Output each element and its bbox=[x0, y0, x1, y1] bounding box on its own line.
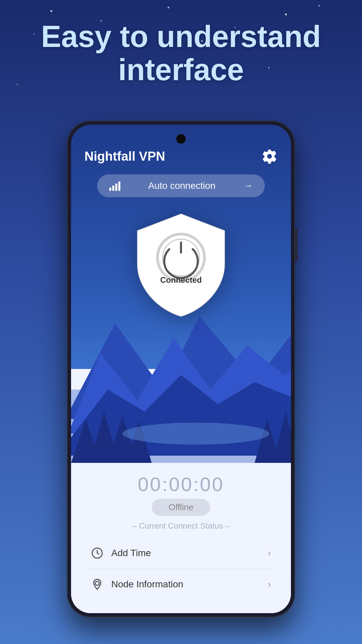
add-time-label: Add Time bbox=[111, 548, 260, 558]
svg-text:Connected: Connected bbox=[160, 275, 202, 284]
auto-connection-label: Auto connection bbox=[126, 180, 238, 191]
connect-status-label: – Current Connect Status – bbox=[132, 521, 230, 531]
app-title: Nightfall VPN bbox=[84, 149, 165, 164]
settings-icon[interactable] bbox=[261, 148, 278, 164]
mountain-scene: Connected bbox=[71, 201, 291, 463]
node-information-label: Node Information bbox=[111, 579, 260, 590]
phone-mockup: Nightfall VPN Auto connectio bbox=[67, 121, 295, 617]
signal-icon bbox=[109, 181, 120, 191]
page-headline: Easy to understand interface bbox=[0, 20, 362, 87]
offline-badge: Offline bbox=[152, 499, 210, 516]
menu-list: Add Time › Node Information › bbox=[84, 537, 278, 600]
node-information-menu-item[interactable]: Node Information › bbox=[84, 569, 278, 600]
arrow-right-icon: → bbox=[243, 180, 253, 191]
shield-container[interactable]: Connected bbox=[131, 211, 231, 318]
node-info-arrow-icon: › bbox=[268, 579, 271, 590]
app-screen: Nightfall VPN Auto connectio bbox=[71, 125, 291, 613]
timer-display: 00:00:00 bbox=[138, 473, 224, 495]
shield-button: Connected bbox=[131, 211, 231, 318]
clock-icon bbox=[91, 547, 103, 559]
bottom-section: 00:00:00 Offline – Current Connect Statu… bbox=[71, 463, 291, 613]
svg-point-11 bbox=[122, 423, 269, 445]
add-time-menu-item[interactable]: Add Time › bbox=[84, 537, 278, 569]
add-time-arrow-icon: › bbox=[268, 548, 271, 558]
location-icon bbox=[91, 578, 103, 590]
svg-point-17 bbox=[95, 581, 99, 585]
auto-connection-button[interactable]: Auto connection → bbox=[97, 174, 265, 197]
app-header: Nightfall VPN bbox=[71, 125, 291, 171]
camera-hole bbox=[176, 134, 186, 144]
side-button bbox=[295, 228, 298, 262]
